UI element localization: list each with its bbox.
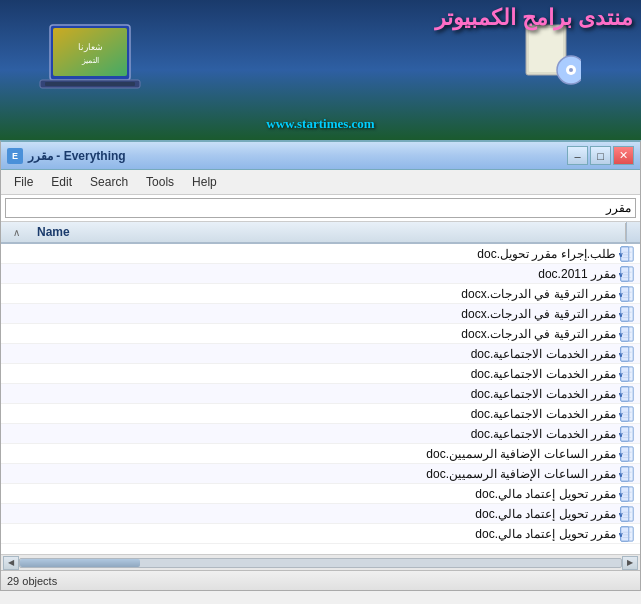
scroll-left-button[interactable]: ◀ <box>3 556 19 570</box>
menu-bar: File Edit Search Tools Help <box>1 170 640 195</box>
file-list: W طلب.إجراء مقرر تحويل.doc W مقرر 2011.d… <box>1 244 640 554</box>
list-item[interactable]: W مقرر الترقية في الدرجات.docx <box>1 304 640 324</box>
search-input[interactable] <box>5 198 636 218</box>
svg-text:W: W <box>619 330 623 337</box>
list-item[interactable]: W طلب.إجراء مقرر تحويل.doc <box>1 244 640 264</box>
word-file-icon: W <box>618 285 636 303</box>
scroll-right-button[interactable]: ▶ <box>622 556 638 570</box>
svg-text:W: W <box>619 510 623 517</box>
svg-text:التميز: التميز <box>81 56 99 65</box>
file-name: مقرر الخدمات الاجتماعية.doc <box>471 367 616 381</box>
list-item[interactable]: W مقرر الخدمات الاجتماعية.doc <box>1 344 640 364</box>
window-controls: – □ ✕ <box>567 146 634 165</box>
list-item[interactable]: W مقرر الترقية في الدرجات.docx <box>1 284 640 304</box>
everything-window: E مقرر - Everything – □ ✕ File Edit Sear… <box>0 140 641 591</box>
column-name-header[interactable]: Name <box>31 223 626 241</box>
word-file-icon: W <box>618 385 636 403</box>
menu-tools[interactable]: Tools <box>137 172 183 192</box>
file-name: مقرر الخدمات الاجتماعية.doc <box>471 387 616 401</box>
svg-text:W: W <box>619 350 623 357</box>
maximize-button[interactable]: □ <box>590 146 611 165</box>
svg-text:W: W <box>619 270 623 277</box>
svg-rect-6 <box>45 82 135 86</box>
h-scroll-track[interactable] <box>19 558 622 568</box>
list-item[interactable]: W مقرر الخدمات الاجتماعية.doc <box>1 404 640 424</box>
file-name: مقرر 2011.doc <box>538 267 616 281</box>
minimize-button[interactable]: – <box>567 146 588 165</box>
close-button[interactable]: ✕ <box>613 146 634 165</box>
title-bar: E مقرر - Everything – □ ✕ <box>1 142 640 170</box>
word-file-icon: W <box>618 265 636 283</box>
app-icon: E <box>7 148 23 164</box>
word-file-icon: W <box>618 405 636 423</box>
svg-text:W: W <box>619 310 623 317</box>
svg-text:W: W <box>619 250 623 257</box>
file-name: مقرر الخدمات الاجتماعية.doc <box>471 407 616 421</box>
title-bar-left: E مقرر - Everything <box>7 148 126 164</box>
file-name: طلب.إجراء مقرر تحويل.doc <box>477 247 616 261</box>
file-name: مقرر الخدمات الاجتماعية.doc <box>471 427 616 441</box>
list-item[interactable]: W مقرر الخدمات الاجتماعية.doc <box>1 424 640 444</box>
svg-text:W: W <box>619 490 623 497</box>
word-file-icon: W <box>618 525 636 543</box>
list-item[interactable]: W مقرر تحويل إعتماد مالي.doc <box>1 524 640 544</box>
window-title: مقرر - Everything <box>28 149 126 163</box>
svg-text:W: W <box>619 290 623 297</box>
list-item[interactable]: W مقرر تحويل إعتماد مالي.doc <box>1 504 640 524</box>
svg-text:W: W <box>619 530 623 537</box>
svg-text:W: W <box>619 450 623 457</box>
search-bar <box>1 195 640 222</box>
list-item[interactable]: W مقرر الخدمات الاجتماعية.doc <box>1 384 640 404</box>
horizontal-scrollbar[interactable]: ◀ ▶ <box>1 554 640 570</box>
list-item[interactable]: W مقرر الساعات الإضافية الرسميين.doc <box>1 464 640 484</box>
list-item[interactable]: W مقرر الترقية في الدرجات.docx <box>1 324 640 344</box>
list-item[interactable]: W مقرر 2011.doc <box>1 264 640 284</box>
svg-rect-2 <box>53 28 127 76</box>
word-file-icon: W <box>618 325 636 343</box>
banner-background: شعارنا التميز منتدى برامج الكمبيوتر www.… <box>0 0 641 140</box>
svg-text:W: W <box>619 470 623 477</box>
list-item[interactable]: W مقرر الساعات الإضافية الرسميين.doc <box>1 444 640 464</box>
file-name: مقرر الخدمات الاجتماعية.doc <box>471 347 616 361</box>
svg-text:W: W <box>619 370 623 377</box>
file-name: مقرر الترقية في الدرجات.docx <box>461 307 616 321</box>
svg-text:W: W <box>619 430 623 437</box>
svg-text:W: W <box>619 390 623 397</box>
file-name: مقرر الساعات الإضافية الرسميين.doc <box>426 447 616 461</box>
banner-arabic-title: منتدى برامج الكمبيوتر <box>435 5 641 31</box>
file-name: مقرر تحويل إعتماد مالي.doc <box>475 487 616 501</box>
file-name: مقرر الترقية في الدرجات.docx <box>461 287 616 301</box>
h-scroll-thumb[interactable] <box>20 559 140 567</box>
laptop-icon: شعارنا التميز <box>30 15 170 115</box>
menu-search[interactable]: Search <box>81 172 137 192</box>
menu-file[interactable]: File <box>5 172 42 192</box>
word-file-icon: W <box>618 505 636 523</box>
banner: شعارنا التميز منتدى برامج الكمبيوتر www.… <box>0 0 641 140</box>
status-bar: 29 objects <box>1 570 640 590</box>
banner-url: www.startimes.com <box>266 116 374 132</box>
menu-edit[interactable]: Edit <box>42 172 81 192</box>
file-name: مقرر تحويل إعتماد مالي.doc <box>475 507 616 521</box>
list-header: ∧ Name <box>1 222 640 244</box>
word-file-icon: W <box>618 345 636 363</box>
word-file-icon: W <box>618 425 636 443</box>
word-file-icon: W <box>618 465 636 483</box>
list-item[interactable]: W مقرر الخدمات الاجتماعية.doc <box>1 364 640 384</box>
menu-help[interactable]: Help <box>183 172 226 192</box>
svg-text:شعارنا: شعارنا <box>78 42 103 53</box>
word-file-icon: W <box>618 305 636 323</box>
objects-count: 29 objects <box>7 575 57 587</box>
list-item[interactable]: W مقرر تحويل إعتماد مالي.doc <box>1 484 640 504</box>
file-name: مقرر تحويل إعتماد مالي.doc <box>475 527 616 541</box>
word-file-icon: W <box>618 445 636 463</box>
sort-indicator[interactable]: ∧ <box>1 227 31 238</box>
word-file-icon: W <box>618 485 636 503</box>
svg-text:W: W <box>619 410 623 417</box>
svg-point-11 <box>569 68 573 72</box>
word-file-icon: W <box>618 365 636 383</box>
word-file-icon: W <box>618 245 636 263</box>
file-name: مقرر الساعات الإضافية الرسميين.doc <box>426 467 616 481</box>
file-name: مقرر الترقية في الدرجات.docx <box>461 327 616 341</box>
